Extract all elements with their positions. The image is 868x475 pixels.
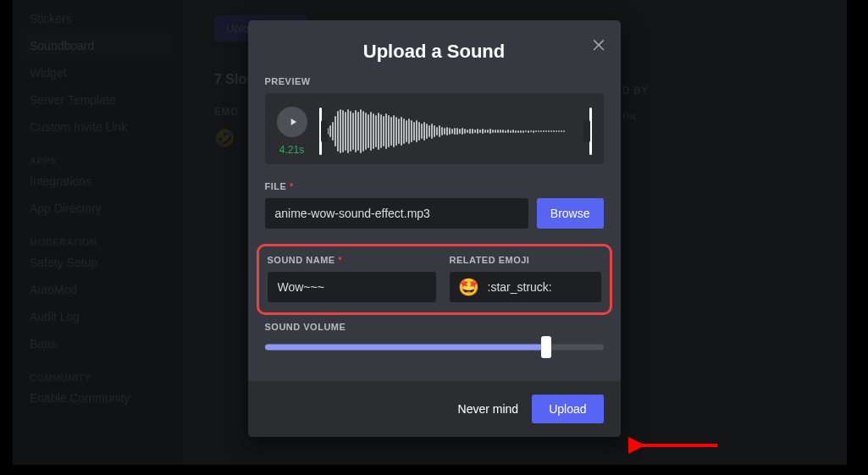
modal-title: Upload a Sound (363, 41, 505, 62)
close-icon[interactable] (590, 36, 607, 58)
preview-label: Preview (265, 76, 604, 86)
volume-label: Sound Volume (265, 322, 604, 332)
related-emoji-label: Related Emoji (450, 255, 601, 265)
slider-thumb[interactable] (541, 336, 551, 358)
file-name-input[interactable] (265, 198, 528, 229)
sound-name-input[interactable] (268, 272, 436, 302)
file-label: File * (265, 181, 604, 191)
related-emoji-input[interactable]: 🤩 :star_struck: (450, 272, 601, 302)
sound-name-label: Sound Name * (268, 255, 436, 265)
cancel-button[interactable]: Never mind (458, 395, 519, 423)
preview-box: 4.21s (265, 93, 604, 164)
volume-slider[interactable] (265, 339, 604, 356)
upload-sound-modal: Upload a Sound Preview 4.21s (248, 20, 621, 437)
emoji-code: :star_struck: (488, 280, 552, 294)
browse-button[interactable]: Browse (537, 198, 604, 229)
star-struck-icon: 🤩 (458, 277, 479, 297)
annotation-highlight: Sound Name * Related Emoji 🤩 :star_struc… (257, 244, 612, 315)
trim-handle-right[interactable] (589, 108, 592, 155)
upload-button[interactable]: Upload (532, 395, 603, 423)
duration-label: 4.21s (279, 144, 304, 156)
play-button[interactable] (277, 107, 307, 137)
modal-footer: Never mind Upload (248, 381, 621, 437)
waveform[interactable] (319, 107, 592, 156)
modal-overlay: Upload a Sound Preview 4.21s (0, 0, 868, 475)
trim-handle-left[interactable] (319, 108, 322, 155)
